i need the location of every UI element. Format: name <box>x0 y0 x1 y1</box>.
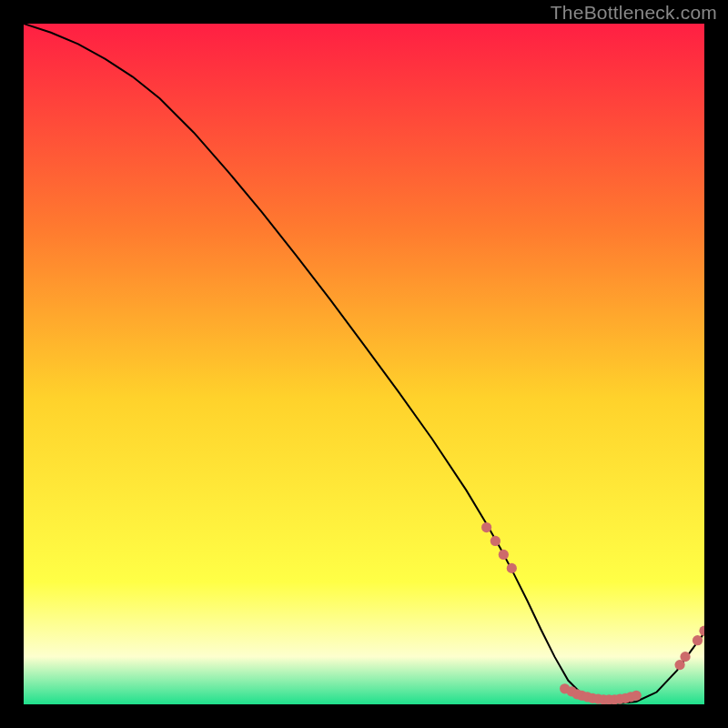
point-p20 <box>680 652 690 662</box>
point-p3 <box>499 550 509 560</box>
gradient-background <box>24 24 704 704</box>
point-p1 <box>481 522 491 532</box>
point-p21 <box>693 635 703 645</box>
point-p18 <box>632 691 642 701</box>
chart-svg <box>24 24 704 704</box>
watermark-text: TheBottleneck.com <box>551 2 717 24</box>
plot-area <box>24 24 704 704</box>
point-p4 <box>507 563 517 573</box>
point-p2 <box>490 536 500 546</box>
